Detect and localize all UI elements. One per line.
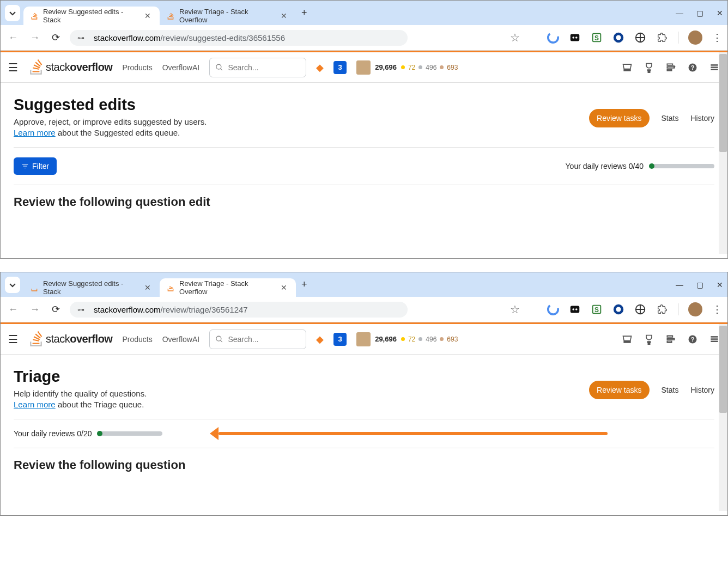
user-avatar [356,60,371,75]
community-icon[interactable] [709,62,720,73]
stats-tab[interactable]: Stats [662,114,679,123]
extension-icon-4[interactable] [612,32,624,44]
extension-icon-3[interactable]: S [591,303,603,315]
tab-suggested-edits[interactable]: Review Suggested edits - Stack ✕ [23,278,160,297]
tab-triage[interactable]: Review Triage - Stack Overflow ✕ [160,7,296,25]
user-profile[interactable]: 29,696 72 496 693 [356,60,458,75]
forward-button[interactable]: → [28,30,42,46]
maximize-button[interactable]: ▢ [696,280,703,289]
menu-icon[interactable]: ☰ [8,61,18,74]
extensions-puzzle-icon[interactable] [656,32,668,44]
url-input[interactable]: ⊶ stackoverflow.com/review/suggested-edi… [70,30,408,46]
review-tasks-tab[interactable]: Review tasks [589,109,649,127]
stackoverflow-icon [30,283,39,292]
url-text: stackoverflow.com/review/triage/36561247 [94,305,248,314]
reload-button[interactable]: ⟳ [50,301,62,318]
extensions-puzzle-icon[interactable] [656,303,668,315]
extension-icon-4[interactable] [612,303,624,315]
extension-icon-5[interactable] [634,32,646,44]
url-input[interactable]: ⊶ stackoverflow.com/review/triage/365612… [70,302,408,318]
search-box[interactable] [209,58,306,77]
site-logo[interactable]: stackoverflow [28,331,112,347]
moderator-diamond-icon[interactable]: ◆ [316,62,324,74]
svg-text:?: ? [691,336,695,343]
tab-search-button[interactable] [5,277,20,293]
review-queues-icon[interactable] [665,334,676,345]
search-input[interactable] [228,335,300,344]
tab-triage[interactable]: Review Triage - Stack Overflow ✕ [160,278,296,297]
achievements-icon[interactable] [644,62,654,73]
svg-rect-1 [571,34,580,41]
svg-text:S: S [594,34,599,42]
review-tasks-tab[interactable]: Review tasks [589,381,649,399]
close-window-button[interactable]: ✕ [717,280,723,289]
profile-avatar[interactable] [688,31,702,45]
close-icon[interactable]: ✕ [278,282,289,293]
menu-icon[interactable]: ☰ [8,333,18,346]
tab-suggested-edits[interactable]: Review Suggested edits - Stack ✕ [23,7,160,25]
profile-avatar[interactable] [688,302,702,316]
extension-icon-3[interactable]: S [591,32,603,44]
site-settings-icon[interactable]: ⊶ [77,34,88,42]
extension-icon-1[interactable] [547,303,559,315]
user-profile[interactable]: 29,696 72 496 693 [356,332,458,346]
extension-icon-5[interactable] [634,303,646,315]
browser-menu-icon[interactable]: ⋮ [712,303,722,315]
history-tab[interactable]: History [690,386,714,394]
new-tab-button[interactable]: + [296,7,313,19]
reload-button[interactable]: ⟳ [50,29,62,46]
extension-icon-1[interactable] [547,32,559,44]
inbox-count[interactable]: 3 [333,333,347,346]
search-icon [215,63,223,72]
learn-more-line: Learn more about the Triage queue. [14,400,714,409]
daily-reviews: Your daily reviews 0/20 [14,429,162,438]
close-icon[interactable]: ✕ [278,10,289,21]
help-icon[interactable]: ? [687,334,698,345]
forward-button[interactable]: → [28,302,42,318]
browser-window-2: Review Suggested edits - Stack ✕ Review … [0,272,728,516]
inbox-count[interactable]: 3 [333,61,347,74]
bookmark-star-icon[interactable]: ☆ [510,303,520,316]
learn-more-link[interactable]: Learn more [14,128,56,137]
back-button[interactable]: ← [6,30,20,46]
extension-icon-2[interactable] [569,32,581,44]
close-icon[interactable]: ✕ [142,10,153,21]
community-icon[interactable] [709,334,720,345]
search-input[interactable] [228,63,300,72]
achievements-icon[interactable] [644,334,654,345]
inbox-icon[interactable] [622,334,633,345]
inbox-icon[interactable] [622,62,633,73]
minimize-button[interactable]: — [676,280,683,289]
back-button[interactable]: ← [6,302,20,318]
minimize-button[interactable]: — [676,9,683,17]
logo-text: stackoverflow [46,61,112,74]
tab-search-button[interactable] [5,5,20,21]
nav-overflowai[interactable]: OverflowAI [162,63,199,72]
tab-title: Review Suggested edits - Stack [43,8,138,24]
filter-button[interactable]: Filter [14,157,57,175]
close-icon[interactable]: ✕ [142,282,153,293]
nav-products[interactable]: Products [122,335,152,344]
bookmark-star-icon[interactable]: ☆ [510,31,520,44]
help-icon[interactable]: ? [687,62,698,73]
moderator-diamond-icon[interactable]: ◆ [316,333,324,345]
search-box[interactable] [209,330,306,349]
filter-icon [21,162,29,170]
svg-point-22 [616,307,621,312]
nav-products[interactable]: Products [122,63,152,72]
nav-overflowai[interactable]: OverflowAI [162,335,199,344]
learn-more-link[interactable]: Learn more [14,400,56,409]
stats-tab[interactable]: Stats [662,386,679,394]
site-logo[interactable]: stackoverflow [28,59,112,76]
svg-rect-12 [711,64,718,66]
maximize-button[interactable]: ▢ [696,9,703,17]
history-tab[interactable]: History [690,114,714,123]
close-window-button[interactable]: ✕ [717,9,723,17]
tab-title: Review Triage - Stack Overflow [179,279,274,296]
user-avatar [356,332,371,346]
browser-menu-icon[interactable]: ⋮ [712,32,722,44]
new-tab-button[interactable]: + [296,279,313,290]
extension-icon-2[interactable] [569,303,581,315]
review-queues-icon[interactable] [665,62,676,73]
site-settings-icon[interactable]: ⊶ [77,306,88,314]
